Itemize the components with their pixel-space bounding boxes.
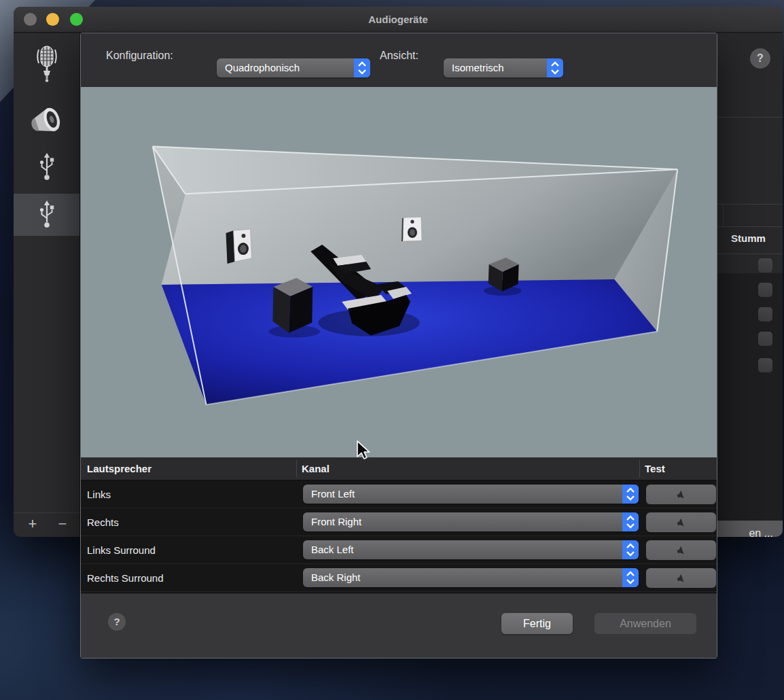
table-row: Links Surround Back Left — [81, 536, 717, 564]
speaker-test-icon — [675, 572, 688, 584]
speaker-name: Rechts Surround — [87, 564, 164, 592]
test-speaker-button[interactable] — [646, 568, 716, 588]
titlebar[interactable]: Audiogeräte — [14, 7, 783, 33]
column-header-channel: Kanal — [302, 457, 329, 480]
test-speaker-button[interactable] — [646, 540, 716, 560]
speaker-name: Links — [87, 480, 111, 508]
window-help-button[interactable]: ? — [750, 48, 770, 69]
configure-speakers-button-partial[interactable]: en ... — [713, 521, 783, 537]
microphone-icon — [35, 46, 58, 88]
sidebar-item-usb-2-selected[interactable] — [14, 194, 79, 236]
sidebar-item-microphone[interactable] — [14, 46, 79, 88]
popup-stepper-icon — [354, 58, 370, 77]
speaker-table-header: Lautsprecher Kanal Test — [81, 457, 717, 480]
front-right-speaker — [402, 217, 422, 241]
configuration-popup[interactable]: Quadrophonisch — [217, 58, 370, 77]
popup-stepper-icon — [622, 568, 639, 587]
speaker-configuration-dialog: Konfiguration: Quadrophonisch Ansicht: I… — [80, 33, 717, 659]
view-popup[interactable]: Isometrisch — [444, 58, 563, 77]
add-device-button[interactable]: + — [19, 513, 46, 536]
mouse-cursor — [355, 440, 372, 461]
sidebar-item-speaker[interactable] — [14, 99, 79, 141]
usb-icon — [38, 152, 56, 183]
configuration-label: Konfiguration: — [106, 50, 173, 62]
screen: Audiogeräte — [0, 0, 784, 700]
channel-popup[interactable]: Front Right — [303, 512, 639, 531]
popup-stepper-icon — [622, 540, 639, 559]
speaker-table: Links Front Left Rechts Front Right — [81, 480, 717, 593]
mute-column-header: Stumm — [731, 232, 766, 244]
view-label: Ansicht: — [380, 50, 418, 62]
mute-checkbox[interactable] — [758, 283, 772, 297]
table-row: Rechts Front Right — [81, 508, 717, 536]
window-title: Audiogeräte — [14, 7, 783, 33]
popup-stepper-icon — [622, 512, 639, 531]
dialog-toolbar: Konfiguration: Quadrophonisch Ansicht: I… — [81, 33, 717, 87]
room-3d-rendering — [81, 87, 717, 457]
room-3d-viewport[interactable] — [81, 87, 717, 457]
test-speaker-button[interactable] — [646, 485, 716, 504]
done-button[interactable]: Fertig — [501, 613, 573, 634]
front-left-speaker — [226, 229, 252, 264]
test-speaker-button[interactable] — [646, 512, 716, 532]
channel-popup[interactable]: Front Left — [303, 485, 639, 504]
device-sidebar: + − — [14, 33, 80, 537]
speaker-name: Rechts — [87, 508, 119, 536]
column-header-test: Test — [645, 457, 665, 480]
popup-stepper-icon — [622, 485, 639, 504]
table-row: Rechts Surround Back Right — [81, 564, 717, 592]
speaker-test-icon — [675, 489, 688, 501]
usb-icon — [38, 199, 56, 230]
mute-checkbox[interactable] — [758, 307, 772, 321]
speaker-test-icon — [675, 544, 688, 557]
speaker-name: Links Surround — [87, 536, 156, 564]
remove-device-button[interactable]: − — [49, 513, 76, 536]
channel-list-area — [717, 273, 783, 523]
table-row: Links Front Left — [81, 480, 717, 508]
mute-checkbox[interactable] — [758, 332, 772, 346]
apply-button[interactable]: Anwenden — [594, 613, 696, 634]
dialog-help-button[interactable]: ? — [108, 613, 126, 631]
sidebar-toolbar: + − — [14, 512, 79, 537]
speaker-icon — [27, 103, 67, 136]
device-detail-panel: ? Stumm en ... — [717, 33, 783, 537]
sidebar-item-usb-1[interactable] — [14, 146, 79, 188]
channel-popup[interactable]: Back Left — [303, 540, 639, 559]
dialog-footer: ? Fertig Anwenden — [81, 593, 717, 658]
column-header-speaker: Lautsprecher — [87, 457, 152, 480]
speaker-test-icon — [675, 517, 688, 529]
popup-stepper-icon — [547, 58, 563, 77]
channel-popup[interactable]: Back Right — [303, 568, 639, 587]
mute-checkbox[interactable] — [758, 358, 772, 372]
mute-checkbox[interactable] — [758, 258, 772, 273]
